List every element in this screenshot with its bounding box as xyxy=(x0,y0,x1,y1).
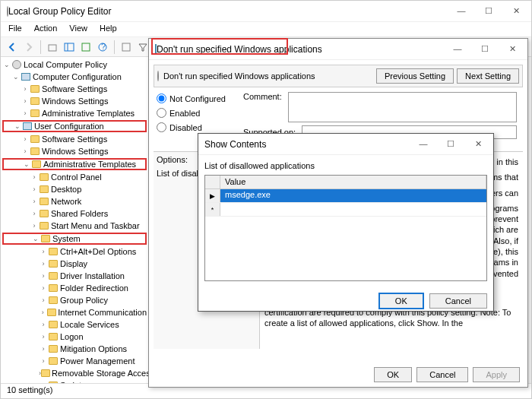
tree-item[interactable]: ›Group Policy xyxy=(2,294,147,306)
menubar: File Action View Help xyxy=(1,22,531,37)
tree-item[interactable]: ›Network xyxy=(2,195,147,207)
grid-row-new[interactable]: * xyxy=(205,203,486,217)
minimize-button[interactable]: — xyxy=(452,6,470,16)
show-ok-button[interactable]: OK xyxy=(379,293,423,309)
policy-maximize-button[interactable]: ☐ xyxy=(476,44,494,54)
previous-setting-button[interactable]: Previous Setting xyxy=(376,68,454,84)
svg-rect-0 xyxy=(49,45,56,51)
show-contents-dialog: Show Contents — ☐ ✕ List of disallowed a… xyxy=(198,133,494,312)
menu-view[interactable]: View xyxy=(68,24,89,35)
radio-enabled[interactable]: Enabled xyxy=(157,108,234,118)
tree-item[interactable]: ›Windows Settings xyxy=(2,95,147,107)
properties-icon[interactable] xyxy=(119,40,133,54)
svg-rect-3 xyxy=(82,43,90,51)
policy-header-row: Don't run specified Windows applications… xyxy=(154,65,523,87)
show-close-button[interactable]: ✕ xyxy=(469,139,487,149)
tree-item[interactable]: ›Logon xyxy=(2,331,147,343)
tree-item[interactable]: ›Windows Settings xyxy=(2,145,147,157)
svg-text:?: ? xyxy=(101,42,106,51)
comment-label: Comment: xyxy=(243,92,282,122)
radio-not-configured[interactable]: Not Configured xyxy=(157,93,234,103)
policy-title: Don't run specified Windows applications xyxy=(157,44,448,55)
svg-rect-6 xyxy=(122,43,130,51)
tree-item[interactable]: ›Locale Services xyxy=(2,318,147,331)
comment-field[interactable] xyxy=(288,92,517,122)
tree-item[interactable]: ›Display xyxy=(2,258,147,270)
policy-minimize-button[interactable]: — xyxy=(448,44,467,54)
tree-admin-templates[interactable]: ⌄Administrative Templates xyxy=(2,158,147,170)
tree-user-config[interactable]: ⌄User Configuration xyxy=(2,120,147,132)
show-minimize-button[interactable]: — xyxy=(414,139,432,149)
tree-item[interactable]: ›Software Settings xyxy=(2,83,147,95)
row-indicator-icon: ▶ xyxy=(205,189,220,202)
policy-apply-button[interactable]: Apply xyxy=(473,367,520,382)
window-title: Local Group Policy Editor xyxy=(8,6,452,17)
policy-heading: Don't run specified Windows applications xyxy=(163,71,315,81)
main-titlebar: Local Group Policy Editor — ☐ ✕ xyxy=(1,1,531,22)
row-new-icon: * xyxy=(205,203,220,216)
value-cell[interactable]: msedge.exe xyxy=(220,189,486,202)
tree-item[interactable]: ›Internet Communication xyxy=(2,306,147,318)
policy-ok-button[interactable]: OK xyxy=(374,367,412,382)
show-title: Show Contents xyxy=(204,139,414,150)
tree-root[interactable]: ⌄Local Computer Policy xyxy=(2,59,147,71)
policy-cancel-button[interactable]: Cancel xyxy=(416,367,468,382)
export-icon[interactable] xyxy=(79,40,93,54)
maximize-button[interactable]: ☐ xyxy=(480,6,498,16)
policy-head-icon xyxy=(157,71,159,81)
menu-action[interactable]: Action xyxy=(33,24,59,35)
tree-item[interactable]: ›Driver Installation xyxy=(2,270,147,282)
tree-item[interactable]: ›Desktop xyxy=(2,183,147,195)
tree-computer-config[interactable]: ⌄Computer Configuration xyxy=(2,71,147,83)
radio-disabled[interactable]: Disabled xyxy=(157,122,234,132)
policy-titlebar: Don't run specified Windows applications… xyxy=(149,39,527,60)
svg-rect-1 xyxy=(65,43,74,51)
tree-item[interactable]: ›Folder Redirection xyxy=(2,282,147,294)
tree-pane[interactable]: ⌄Local Computer Policy ⌄Computer Configu… xyxy=(1,57,149,383)
tree-item[interactable]: Scripts xyxy=(2,379,147,383)
show-titlebar: Show Contents — ☐ ✕ xyxy=(198,134,493,155)
show-list-label: List of disallowed applications xyxy=(204,161,487,170)
forward-icon[interactable] xyxy=(22,40,36,54)
tree-item[interactable]: ›Software Settings xyxy=(2,133,147,145)
close-button[interactable]: ✕ xyxy=(507,6,525,16)
tree-item[interactable]: ›Start Menu and Taskbar xyxy=(2,220,147,232)
next-setting-button[interactable]: Next Setting xyxy=(457,68,519,84)
back-icon[interactable] xyxy=(5,40,19,54)
grid-row-selected[interactable]: ▶ msedge.exe xyxy=(205,189,486,203)
value-cell-empty[interactable] xyxy=(220,203,486,216)
show-hide-icon[interactable] xyxy=(62,40,76,54)
value-grid[interactable]: Value ▶ msedge.exe * xyxy=(204,175,487,281)
tree-item[interactable]: ›Control Panel xyxy=(2,171,147,183)
policy-close-button[interactable]: ✕ xyxy=(503,44,521,54)
tree-item[interactable]: ›Power Management xyxy=(2,355,147,367)
tree-item[interactable]: ›Ctrl+Alt+Del Options xyxy=(2,245,147,258)
show-cancel-button[interactable]: Cancel xyxy=(429,293,487,309)
help-icon[interactable]: ? xyxy=(96,40,109,54)
column-value[interactable]: Value xyxy=(220,176,486,188)
tree-item[interactable]: ›Administrative Templates xyxy=(2,107,147,119)
menu-help[interactable]: Help xyxy=(98,24,119,35)
up-icon[interactable] xyxy=(46,40,59,54)
show-maximize-button[interactable]: ☐ xyxy=(442,139,460,149)
tree-system[interactable]: ⌄System xyxy=(2,233,147,245)
tree-item[interactable]: ›Removable Storage Access xyxy=(2,367,147,379)
tree-item[interactable]: ›Shared Folders xyxy=(2,207,147,220)
tree-item[interactable]: ›Mitigation Options xyxy=(2,343,147,355)
menu-file[interactable]: File xyxy=(7,24,24,35)
